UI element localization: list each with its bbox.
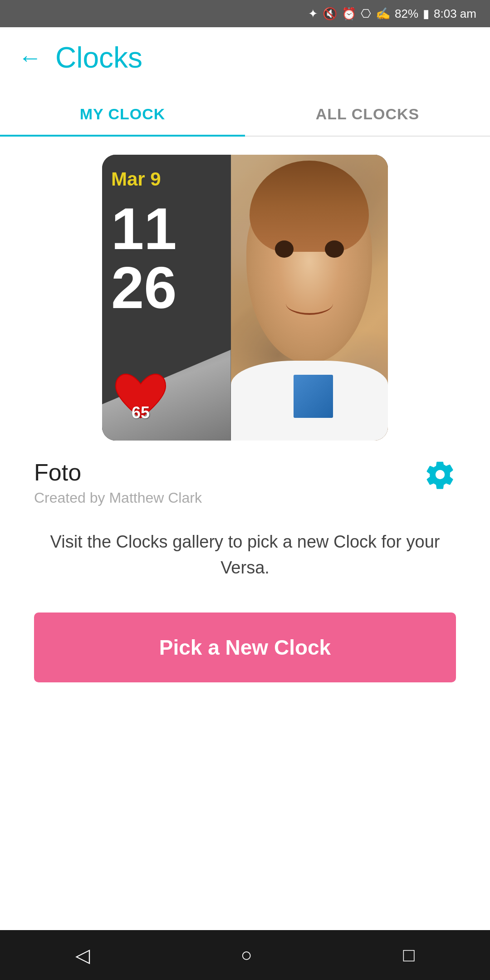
clock-right-panel (231, 155, 388, 441)
cta-section: Pick a New Clock (0, 603, 490, 710)
mouth (286, 292, 333, 314)
clock-info-section: Foto Created by Matthew Clark (0, 441, 490, 506)
nav-home-button[interactable]: ○ (241, 944, 252, 966)
right-eye (325, 240, 344, 258)
bluetooth-icon: ✦ (308, 7, 318, 21)
tab-my-clock[interactable]: MY CLOCK (0, 93, 245, 136)
mute-icon: 🔇 (323, 7, 337, 21)
battery-icon: ▮ (423, 7, 429, 21)
bottom-navigation: ◁ ○ □ (0, 930, 490, 980)
wifi-icon: ⎔ (361, 7, 371, 21)
header: ← Clocks (0, 27, 490, 88)
heart-rate-value: 65 (132, 403, 150, 422)
clock-preview-container: Mar 9 11 26 65 (0, 137, 490, 441)
nav-back-button[interactable]: ◁ (75, 944, 90, 966)
clock-minute: 26 (111, 258, 222, 317)
clock-creator: Created by Matthew Clark (34, 490, 202, 506)
settings-gear-button[interactable] (424, 459, 456, 490)
pick-new-clock-button[interactable]: Pick a New Clock (34, 612, 456, 682)
status-bar: ✦ 🔇 ⏰ ⎔ ✍ 82% ▮ 8:03 am (0, 0, 490, 27)
clock-hour: 11 (111, 199, 222, 258)
description-text: Visit the Clocks gallery to pick a new C… (34, 529, 456, 581)
tabs-container: MY CLOCK ALL CLOCKS (0, 93, 490, 137)
time-display: 8:03 am (434, 7, 476, 21)
tab-all-clocks[interactable]: ALL CLOCKS (245, 93, 490, 136)
back-button[interactable]: ← (18, 46, 42, 69)
shirt-graphic (294, 375, 333, 418)
nav-recent-button[interactable]: □ (403, 944, 414, 966)
main-content: ← Clocks MY CLOCK ALL CLOCKS Mar 9 11 26 (0, 27, 490, 760)
description-section: Visit the Clocks gallery to pick a new C… (0, 506, 490, 603)
signal-icon: ✍ (376, 7, 390, 21)
left-eye (275, 240, 294, 258)
heart-badge: 65 (111, 372, 170, 427)
page-title: Clocks (55, 41, 142, 74)
status-icons: ✦ 🔇 ⏰ ⎔ ✍ 82% ▮ 8:03 am (308, 7, 476, 21)
alarm-icon: ⏰ (342, 7, 356, 21)
clock-left-panel: Mar 9 11 26 65 (102, 155, 231, 441)
battery-percent: 82% (395, 7, 418, 21)
clock-bottom-section: 65 (102, 350, 231, 441)
clock-name: Foto (34, 459, 202, 486)
photo-area (231, 155, 388, 441)
clock-preview: Mar 9 11 26 65 (102, 155, 388, 441)
clock-date: Mar 9 (111, 168, 222, 190)
gear-icon (424, 459, 456, 490)
clock-details: Foto Created by Matthew Clark (34, 459, 202, 506)
clock-face: Mar 9 11 26 65 (102, 155, 388, 441)
